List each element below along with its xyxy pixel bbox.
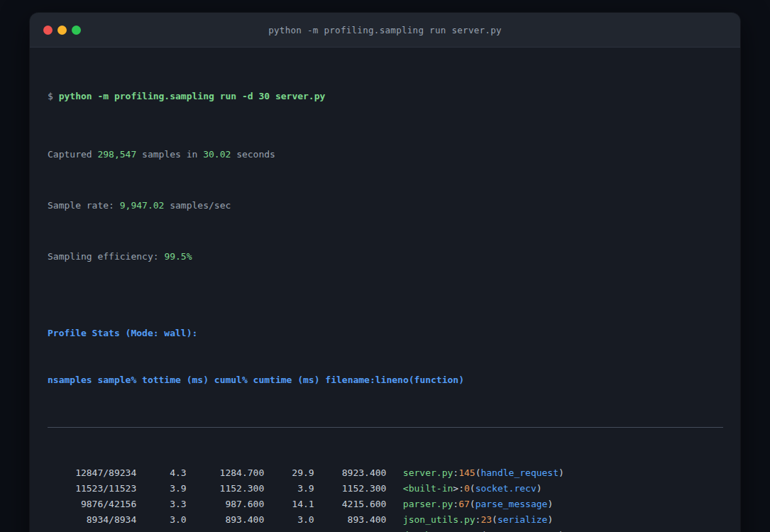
captured-samples-line: Captured 298,547 samples in 30.02 second… [48, 147, 722, 162]
cell-sample-pct: 2.6 [136, 528, 186, 532]
cell-cumul-pct: 3.0 [264, 512, 314, 528]
cell-cumtime: 4215.600 [314, 497, 387, 512]
cell-tottime: 782.100 [187, 528, 265, 532]
terminal-window: python -m profiling.sampling run server.… [30, 13, 740, 532]
cell-cumul-pct: 29.9 [264, 465, 314, 481]
text-segment: parser.py [403, 499, 453, 509]
cell-location: <built-in>:0(socket.recv) [386, 481, 541, 497]
cell-nsamples: 9876/42156 [48, 497, 136, 512]
cell-cumul-pct: 3.9 [264, 481, 314, 497]
text-segment: server.py [403, 467, 453, 478]
text-segment: ) [559, 467, 564, 478]
cell-nsamples: 11523/11523 [48, 481, 136, 497]
text-segment: 67 [458, 499, 470, 509]
terminal-content[interactable]: $ python -m profiling.sampling run -d 30… [30, 48, 740, 532]
text-segment: ( [492, 514, 497, 525]
text-segment: 298,547 [97, 149, 136, 160]
maximize-button[interactable] [72, 26, 81, 35]
text-segment: ) [547, 499, 553, 509]
text-segment: samples in [136, 149, 203, 160]
text-segment: 9,947.02 [120, 200, 165, 211]
stats-table-row: 7821/312842.6782.10010.53128.400database… [48, 528, 722, 532]
text-segment: Sample rate: [48, 200, 120, 211]
cell-cumtime: 893.400 [314, 512, 387, 528]
cell-location: database.py:89(execute_query) [386, 528, 563, 532]
cell-sample-pct: 3.9 [136, 481, 186, 497]
sample-rate-line: Sample rate: 9,947.02 samples/sec [48, 198, 722, 214]
cell-tottime: 893.400 [187, 512, 265, 528]
cell-cumtime: 1152.300 [314, 481, 387, 497]
stats-table-row: 8934/89343.0893.4003.0893.400json_utils.… [48, 512, 722, 528]
text-segment: samples/sec [164, 200, 231, 211]
cell-cumul-pct: 14.1 [264, 497, 314, 512]
sampling-efficiency-line: Sampling efficiency: 99.5% [48, 249, 722, 265]
text-segment: 30.02 [203, 149, 231, 160]
cell-tottime: 1284.700 [187, 465, 265, 481]
cell-cumtime: 3128.400 [314, 528, 387, 532]
command-line: $ python -m profiling.sampling run -d 30… [48, 89, 722, 104]
stats-table-row: 11523/115233.91152.3003.91152.300<built-… [48, 481, 722, 497]
stats-table-row: 9876/421563.3987.60014.14215.600parser.p… [48, 497, 722, 512]
cell-location: server.py:145(handle_request) [386, 465, 563, 481]
text-segment: Captured [48, 149, 97, 160]
text-segment: 23 [480, 514, 492, 525]
text-segment: python -m profiling.sampling run -d 30 s… [59, 91, 326, 101]
stats-table-header: nsamples sample% tottime (ms) cumul% cum… [48, 372, 722, 388]
text-segment: : [453, 499, 458, 509]
text-segment: ( [470, 483, 475, 494]
text-segment: ) [547, 514, 553, 525]
terminal-titlebar[interactable]: python -m profiling.sampling run server.… [30, 13, 740, 48]
stats-table: 12847/892344.31284.70029.98923.400server… [48, 465, 722, 532]
text-segment: serialize [497, 514, 547, 525]
table-divider [48, 427, 723, 428]
text-segment: ( [470, 499, 475, 509]
cell-cumul-pct: 10.5 [264, 528, 314, 532]
text-segment: 99.5% [164, 251, 192, 262]
text-segment: 145 [458, 467, 475, 478]
cell-sample-pct: 3.0 [136, 512, 186, 528]
text-segment: Profile Stats (Mode: wall): [48, 328, 197, 338]
cell-nsamples: 8934/8934 [48, 512, 136, 528]
cell-sample-pct: 4.3 [136, 465, 186, 481]
text-segment: 0 [464, 483, 470, 494]
window-title: python -m profiling.sampling run server.… [268, 25, 502, 35]
text-segment: socket.recv [475, 483, 537, 494]
cell-tottime: 1152.300 [187, 481, 265, 497]
text-segment: json_utils.py [403, 514, 475, 525]
cell-tottime: 987.600 [187, 497, 265, 512]
text-segment: : [453, 467, 458, 478]
window-controls [43, 13, 81, 47]
profile-stats-heading: Profile Stats (Mode: wall): [48, 326, 722, 341]
text-segment: handle_request [480, 467, 559, 478]
text-segment: parse_message [475, 499, 548, 509]
cell-nsamples: 7821/31284 [48, 528, 136, 532]
cell-nsamples: 12847/89234 [48, 465, 136, 481]
cell-cumtime: 8923.400 [314, 465, 387, 481]
minimize-button[interactable] [57, 26, 67, 35]
text-segment: >: [453, 483, 464, 494]
text-segment: <built-in [403, 483, 453, 494]
text-segment: $ [48, 91, 59, 101]
text-segment: ) [537, 483, 542, 494]
text-segment: Sampling efficiency: [48, 251, 164, 262]
cell-sample-pct: 3.3 [136, 497, 186, 512]
cell-location: parser.py:67(parse_message) [386, 497, 553, 512]
close-button[interactable] [43, 26, 53, 35]
text-segment: seconds [231, 149, 275, 160]
stats-table-row: 12847/892344.31284.70029.98923.400server… [48, 465, 722, 481]
cell-location: json_utils.py:23(serialize) [386, 512, 553, 528]
